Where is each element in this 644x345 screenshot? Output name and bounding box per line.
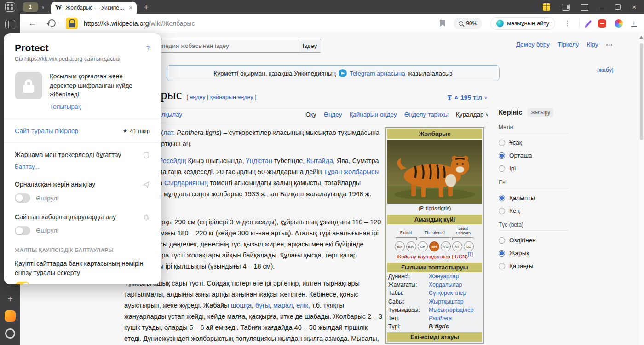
address-more-icon[interactable]: ⋮ [564,19,571,28]
personal-more-icon[interactable]: ••• [606,42,613,47]
language-selector[interactable]: A 195 тіл ∨ [447,94,487,101]
toggle-on[interactable] [15,282,30,284]
bank-card-toggle-row[interactable]: Қосулы [15,282,150,284]
window-maximize-button[interactable] [615,4,621,10]
page-scrollbar[interactable] [638,33,644,345]
toggle-off[interactable] [15,226,30,235]
profile-avatar-icon[interactable] [615,19,623,28]
edit-source-link[interactable]: қайнарын өңдеу [210,94,253,100]
rail-browser-logo-icon[interactable] [5,328,15,339]
wiki-link[interactable]: Мысықтәрізділер [429,307,481,313]
status-redlink[interactable]: Жойылу қаупіндегілер (IUCN) [397,254,468,259]
wiki-link[interactable]: Қытайда [306,157,333,164]
wiki-link[interactable]: Жыртқыштар [429,298,481,305]
reference-link[interactable]: [1] [468,252,473,257]
geolocation-toggle-row[interactable]: Өшірулі [15,193,150,203]
wiki-link[interactable]: Сүтқоректілер [429,290,481,296]
wiki-link[interactable]: Ресейдің [159,157,186,164]
tab-counter-badge[interactable]: 1 [23,2,38,12]
toggle-off[interactable] [15,193,30,203]
wiki-link[interactable]: елік [296,302,308,309]
conservation-status-scale: EX EW CR EN VU NT LC [387,241,482,251]
radio-option-color-light[interactable]: Жарық [499,250,569,257]
radio-option-width-wide[interactable]: Кең [499,207,569,214]
appearance-panel: Көрініс жасыру Мәтін Ұсақ Орташа Ірі Ені… [499,108,569,269]
wiki-link[interactable]: Жануарлар [429,273,481,280]
browser-tab-active[interactable]: W Жолбарыс — Уикипеди × [51,2,137,14]
wiki-search-button[interactable]: Іздеу [299,39,321,53]
radio-option-color-dark[interactable]: Қараңғы [499,263,569,269]
side-panels-icon[interactable] [562,4,570,11]
browser-menu-icon[interactable] [581,4,588,11]
star-icon: ★ [122,128,127,134]
window-close-button[interactable]: × [632,3,637,11]
downloads-icon[interactable]: ↓ [631,19,637,27]
wiki-link[interactable]: бұғы [255,302,270,309]
new-tab-button[interactable]: + [144,3,149,12]
tab-read[interactable]: Оқу [305,111,316,118]
radio-option-width-standard[interactable]: Қалыпты [499,194,569,201]
protect-more-link[interactable]: Толығырақ [50,102,81,111]
edit-link[interactable]: өңдеу [190,94,205,100]
reload-button[interactable] [46,18,57,29]
rail-add-icon[interactable]: + [7,294,13,304]
wiki-link[interactable]: Хордалылар [429,281,481,288]
radio-option-text-small[interactable]: Ұсақ [499,139,569,146]
conservation-status-labels: Extinct Threatened Least Concern [387,227,482,240]
bell-icon [143,214,150,221]
paragraph: Жолбарыс (лат. Panthera tigris) – сүтқор… [124,127,385,149]
radio-option-text-standard[interactable]: Орташа [499,152,569,159]
address-bar[interactable]: https://kk.wikipedia.org/wiki/Жолбарыс [84,20,195,27]
back-button[interactable]: ← [28,18,36,28]
zoom-indicator[interactable]: 90% [454,18,482,29]
tools-menu[interactable]: Құралдар∨ [456,111,489,118]
image-caption: (P. tigris tigris) [387,204,482,213]
window-minimize-button[interactable]: – [600,4,604,11]
binomial-header: Екі-есімді атауы [387,332,482,342]
scrollbar-up-arrow-icon[interactable] [639,36,643,39]
sidebar-toggle-icon[interactable] [5,20,15,29]
divider [4,119,161,119]
tiger-photo[interactable] [387,140,482,204]
login-link[interactable]: Кіру [586,41,598,48]
tableau-grid-icon[interactable] [5,2,15,12]
radio-icon [499,263,505,269]
wiki-link[interactable]: лат. [163,129,175,136]
rail-services-icon[interactable] [5,310,16,322]
language-icon [447,94,454,101]
appearance-hide-button[interactable]: жасыру [528,108,553,117]
tab-edit[interactable]: Өңдеу [323,111,342,118]
wiki-link[interactable]: Panthera [429,315,481,322]
telegram-link[interactable]: Telegram арнасына [350,70,405,77]
gift-icon[interactable] [543,3,550,11]
adblock-icon[interactable] [598,19,606,28]
wiki-link[interactable]: марал [273,302,293,309]
tab-history[interactable]: Өңделу тарихы [404,111,448,118]
security-section-header: ЖАЛПЫ ҚАУІПСІЗДІК БАПТАУЛАРЫ [15,247,150,253]
protect-help-link[interactable]: ? [146,44,150,52]
editor-pen-icon[interactable] [586,20,592,26]
telegram-icon [339,69,347,77]
taxonomy-row: Сабы:Жыртқыштар [387,298,482,306]
notifications-toggle-row[interactable]: Өшірулі [15,226,150,235]
site-reviews-link[interactable]: Сайт туралы пікірлер [15,127,78,134]
read-aloud-button[interactable]: мазмұнын айту [490,17,555,30]
wikipedia-favicon: W [55,4,62,12]
protect-lock-badge[interactable] [66,18,78,29]
banner-close-link[interactable]: [жабу] [597,67,613,73]
bookmark-flag-icon[interactable] [440,20,445,27]
tab-list-chevron-down-icon[interactable]: ∨ [41,5,45,10]
radio-option-color-auto[interactable]: Өздігінен [499,237,569,244]
reviews-count[interactable]: ★41 пікір [122,128,150,134]
wiki-link[interactable]: Үндістан [246,157,272,164]
wiki-link[interactable]: шошқа [231,302,252,309]
tab-edit-source[interactable]: Қайнарын өңдеу [349,111,397,118]
donate-link[interactable]: Демеу беру [516,41,550,48]
wiki-link[interactable]: Сырдарияның [164,179,208,187]
radio-option-text-large[interactable]: Ірі [499,165,569,172]
tab-close-icon[interactable]: × [129,5,132,11]
register-link[interactable]: Тіркелу [558,41,579,48]
wiki-link[interactable]: Тұран жолбарысы [323,168,379,175]
adblock-configure-link[interactable]: Баптау... [15,163,40,170]
scrollbar-thumb[interactable] [640,43,643,140]
